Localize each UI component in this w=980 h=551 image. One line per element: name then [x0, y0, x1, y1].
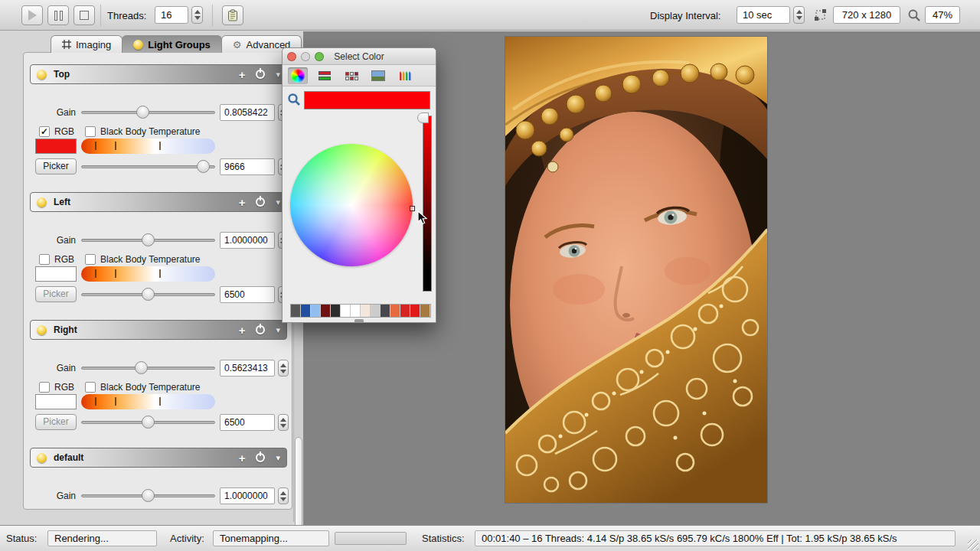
bbt-checkbox[interactable]: [85, 126, 96, 137]
copy-to-clipboard-button[interactable]: [222, 5, 243, 25]
step-down-icon[interactable]: [194, 16, 201, 20]
step-up-icon[interactable]: [280, 364, 286, 367]
image-palettes-mode-button[interactable]: [368, 67, 388, 84]
blackbody-gradient-bar[interactable]: [81, 266, 215, 282]
rgb-color-swatch[interactable]: [35, 139, 77, 154]
slider-knob[interactable]: [136, 106, 149, 119]
swatch[interactable]: [311, 305, 321, 317]
slider-knob[interactable]: [142, 416, 155, 429]
threads-stepper[interactable]: [191, 6, 203, 24]
brightness-slider[interactable]: [423, 116, 432, 292]
step-down-icon[interactable]: [280, 424, 286, 428]
power-toggle-icon[interactable]: [256, 197, 265, 207]
power-toggle-icon[interactable]: [256, 325, 265, 334]
light-group-header[interactable]: Left + ▾: [30, 192, 287, 212]
color-wheel-mode-button[interactable]: [288, 67, 308, 84]
step-up-icon[interactable]: [796, 10, 802, 14]
magnifier-icon[interactable]: [287, 93, 301, 109]
gain-slider[interactable]: [81, 494, 215, 497]
color-sliders-mode-button[interactable]: [315, 67, 335, 84]
swatch[interactable]: [410, 305, 420, 317]
pause-button[interactable]: [47, 5, 69, 25]
temperature-slider[interactable]: [81, 165, 215, 168]
temperature-slider[interactable]: [81, 421, 215, 424]
light-group-header[interactable]: default + ▾: [30, 448, 287, 468]
gain-slider[interactable]: [81, 111, 215, 114]
swatch[interactable]: [291, 305, 301, 317]
slider-knob[interactable]: [197, 160, 210, 173]
step-up-icon[interactable]: [194, 10, 201, 14]
slider-knob[interactable]: [142, 233, 155, 246]
chevron-down-icon[interactable]: ▾: [276, 198, 280, 207]
rgb-checkbox[interactable]: [39, 382, 50, 393]
slider-knob[interactable]: [135, 361, 148, 374]
add-icon[interactable]: +: [239, 69, 246, 80]
slider-knob[interactable]: [142, 288, 155, 301]
rgb-checkbox[interactable]: [39, 254, 50, 265]
picker-button[interactable]: Picker: [35, 414, 77, 430]
step-up-icon[interactable]: [280, 418, 286, 422]
picker-button[interactable]: Picker: [35, 158, 77, 174]
blackbody-gradient-bar[interactable]: [81, 139, 215, 154]
swatch[interactable]: [351, 305, 361, 317]
step-down-icon[interactable]: [796, 16, 802, 20]
chevron-down-icon[interactable]: ▾: [276, 454, 280, 462]
gain-value-input[interactable]: 0.8058422: [220, 104, 275, 121]
brightness-slider-handle[interactable]: [417, 112, 429, 123]
tab-light-groups[interactable]: Light Groups: [122, 35, 222, 53]
swatch[interactable]: [381, 305, 390, 317]
power-toggle-icon[interactable]: [256, 70, 265, 79]
slider-knob[interactable]: [142, 489, 155, 502]
gain-slider[interactable]: [81, 367, 215, 370]
rgb-color-swatch[interactable]: [35, 394, 77, 409]
swatch[interactable]: [341, 305, 351, 317]
swatch[interactable]: [321, 305, 331, 317]
hue-saturation-wheel[interactable]: [290, 144, 413, 266]
swatch[interactable]: [371, 305, 381, 317]
swatch[interactable]: [420, 305, 430, 317]
swatch[interactable]: [400, 305, 410, 317]
display-interval-input[interactable]: 10 sec: [737, 6, 790, 24]
crayons-mode-button[interactable]: [395, 67, 415, 84]
gain-value-input[interactable]: 0.5623413: [220, 360, 275, 377]
wheel-selection-marker[interactable]: [410, 206, 415, 211]
temperature-stepper[interactable]: [278, 414, 289, 431]
dialog-titlebar[interactable]: Select Color: [283, 48, 436, 65]
step-up-icon[interactable]: [280, 491, 286, 495]
stop-button[interactable]: [74, 5, 95, 25]
swatch-drawer-handle[interactable]: [354, 319, 364, 322]
power-toggle-icon[interactable]: [256, 453, 265, 462]
swatch[interactable]: [361, 305, 371, 317]
picker-button[interactable]: Picker: [35, 286, 77, 302]
gain-stepper[interactable]: [278, 487, 289, 504]
temperature-slider[interactable]: [81, 293, 215, 296]
chevron-down-icon[interactable]: ▾: [276, 70, 280, 79]
step-down-icon[interactable]: [280, 497, 286, 501]
temperature-value-input[interactable]: 6500: [220, 414, 275, 431]
bbt-checkbox[interactable]: [85, 254, 96, 265]
add-icon[interactable]: +: [239, 324, 246, 336]
temperature-value-input[interactable]: 6500: [220, 286, 275, 303]
gain-stepper[interactable]: [278, 360, 289, 377]
rgb-checkbox[interactable]: ✓: [39, 126, 50, 137]
scrollbar-thumb[interactable]: [295, 437, 302, 529]
bbt-checkbox[interactable]: [85, 382, 96, 393]
swatch[interactable]: [301, 305, 311, 317]
gain-value-input[interactable]: 1.0000000: [220, 487, 275, 504]
gain-value-input[interactable]: 1.0000000: [220, 232, 275, 249]
add-icon[interactable]: +: [239, 452, 246, 464]
tab-imaging[interactable]: Imaging: [51, 35, 122, 53]
rgb-color-swatch[interactable]: [35, 266, 77, 282]
step-down-icon[interactable]: [280, 370, 286, 373]
temperature-value-input[interactable]: 9666: [220, 158, 275, 175]
color-palettes-mode-button[interactable]: [341, 67, 361, 84]
gain-slider[interactable]: [81, 239, 215, 242]
add-icon[interactable]: +: [239, 197, 246, 208]
resize-grip[interactable]: [968, 540, 978, 550]
chevron-down-icon[interactable]: ▾: [276, 326, 280, 334]
display-interval-stepper[interactable]: [793, 6, 805, 24]
play-button[interactable]: [21, 5, 43, 25]
light-group-header[interactable]: Top + ▾: [30, 64, 287, 84]
light-group-header[interactable]: Right + ▾: [30, 320, 287, 340]
swatch[interactable]: [390, 305, 400, 317]
